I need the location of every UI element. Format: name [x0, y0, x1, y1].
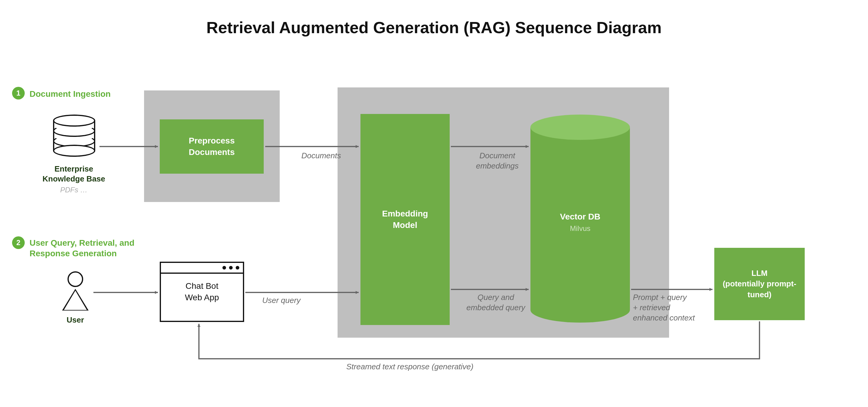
user-label: User: [48, 315, 102, 325]
edge-query-embedded-label: Query and embedded query: [461, 292, 530, 313]
llm-box: LLM (potentially prompt- tuned): [714, 248, 805, 320]
database-icon: [53, 115, 95, 157]
vectordb-sublabel: Milvus: [530, 224, 630, 233]
step-2-label: User Query, Retrieval, and Response Gene…: [30, 238, 138, 259]
app-window-dots: [222, 266, 239, 270]
diagram-canvas: Retrieval Augmented Generation (RAG) Seq…: [0, 0, 868, 407]
edge-user-query-label: User query: [262, 295, 322, 306]
edge-doc-embeddings-label: Document embeddings: [464, 151, 530, 171]
app-label: Chat Bot Web App: [161, 280, 243, 303]
app-titlebar: [161, 263, 243, 274]
edge-prompt-context-label: Prompt + query + retrieved enhanced cont…: [633, 292, 711, 323]
vectordb-label: Vector DB: [560, 212, 600, 221]
kb-sublabel: PDFs …: [36, 186, 112, 194]
embedding-box: Embedding Model: [361, 114, 450, 325]
app-window: Chat Bot Web App: [160, 262, 244, 322]
step-1-badge: 1: [12, 87, 25, 99]
page-title: Retrieval Augmented Generation (RAG) Seq…: [0, 18, 868, 37]
preprocess-box: Preprocess Documents: [160, 119, 264, 174]
user-icon: [60, 271, 90, 311]
vectordb-cylinder: Vector DB Milvus: [530, 115, 630, 322]
edge-streamed-label: Streamed text response (generative): [301, 362, 518, 372]
step-2-badge: 2: [12, 237, 25, 249]
kb-label: Enterprise Knowledge Base: [36, 164, 112, 184]
step-1-label: Document Ingestion: [30, 89, 111, 99]
edge-documents-label: Documents: [301, 151, 355, 161]
